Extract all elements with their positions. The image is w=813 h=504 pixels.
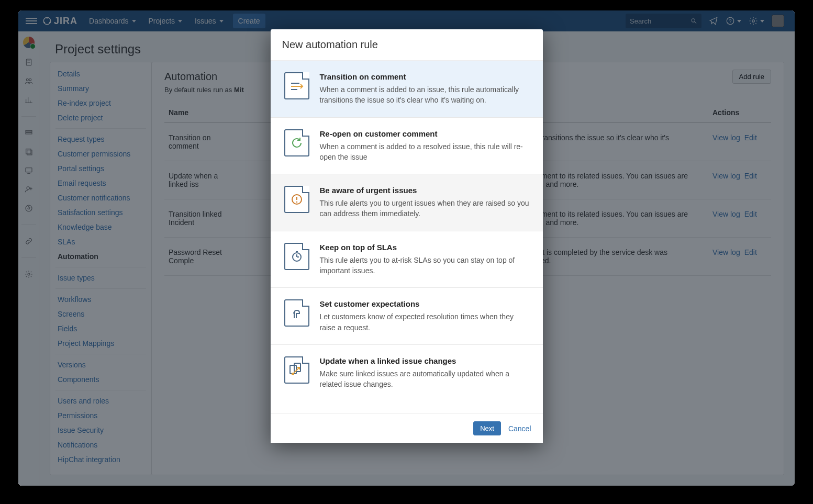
template-title: Transition on comment (320, 72, 529, 81)
template-desc: This rule alerts you to urgent issues wh… (320, 198, 529, 219)
new-automation-modal: New automation rule Transition on commen… (271, 29, 543, 443)
template-desc: When a comment is added to an issue, thi… (320, 84, 529, 106)
cancel-link[interactable]: Cancel (508, 424, 531, 433)
template-title: Keep on top of SLAs (320, 243, 529, 252)
template-icon (284, 356, 309, 384)
template-desc: Let customers know of expected resolutio… (320, 311, 529, 333)
template-keep-on-top-of-slas[interactable]: Keep on top of SLAsThis rule alerts you … (271, 231, 543, 288)
modal-overlay: New automation rule Transition on commen… (18, 10, 795, 486)
template-icon (284, 243, 309, 270)
template-icon (284, 129, 309, 156)
template-desc: When a comment is added to a resolved is… (320, 141, 529, 163)
template-be-aware-of-urgent-issues[interactable]: Be aware of urgent issuesThis rule alert… (271, 174, 543, 231)
template-re-open-on-customer-comment[interactable]: Re-open on customer commentWhen a commen… (271, 118, 543, 175)
template-icon (284, 72, 309, 99)
template-title: Update when a linked issue changes (320, 356, 529, 365)
template-set-customer-expectations[interactable]: Set customer expectationsLet customers k… (271, 288, 543, 345)
template-icon (284, 299, 309, 327)
svg-point-30 (296, 201, 297, 203)
modal-title: New automation rule (271, 29, 543, 61)
template-title: Set customer expectations (320, 299, 529, 308)
template-title: Re-open on customer comment (320, 129, 529, 138)
template-desc: This rule alerts you to at-risk SLAs so … (320, 255, 529, 276)
template-desc: Make sure linked issues are automaticall… (320, 368, 529, 390)
template-transition-on-comment[interactable]: Transition on commentWhen a comment is a… (271, 61, 543, 118)
svg-rect-35 (290, 365, 296, 374)
template-title: Be aware of urgent issues (320, 186, 529, 195)
template-update-when-a-linked-issue-changes[interactable]: Update when a linked issue changesMake s… (271, 345, 543, 401)
next-button[interactable]: Next (473, 421, 501, 435)
template-icon (284, 186, 309, 213)
